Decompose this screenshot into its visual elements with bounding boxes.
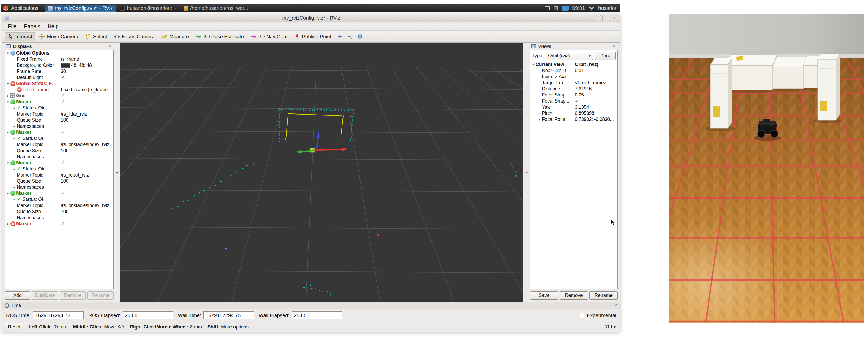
minimize-icon[interactable]: −	[594, 15, 601, 21]
tree-row[interactable]: ▸ Namespaces	[5, 123, 113, 129]
property-value[interactable]: Orbit (rviz)	[575, 62, 617, 67]
expander-icon[interactable]: ▾	[531, 63, 536, 67]
property-value[interactable]: 100	[61, 148, 113, 154]
property-value[interactable]: <Fixed Frame>	[575, 80, 617, 86]
tree-row[interactable]: Queue Size 100	[5, 209, 113, 215]
property-value[interactable]: ✓	[61, 130, 113, 135]
wifi-icon[interactable]	[589, 6, 594, 10]
expander-icon[interactable]: ▸	[12, 185, 17, 189]
property-value[interactable]: ✓	[575, 98, 617, 104]
tree-row[interactable]: Target Fra... <Fixed Frame>	[530, 80, 617, 86]
add-tool-button[interactable]	[335, 32, 345, 41]
time-field-input[interactable]	[33, 311, 84, 319]
property-value[interactable]: ✓	[61, 99, 113, 105]
property-value[interactable]: ✓	[61, 75, 113, 80]
tree-row[interactable]: Marker Topic /rs_obstaclesIndex_rviz	[5, 203, 113, 209]
property-value[interactable]: 0.01	[575, 68, 617, 73]
expander-icon[interactable]: ▸	[12, 167, 17, 171]
ubuntu-logo-icon[interactable]	[3, 6, 8, 11]
tree-row[interactable]: ▸ Status: Ok	[5, 135, 113, 141]
property-value[interactable]: rs_frame	[61, 57, 113, 62]
tree-row[interactable]: ▾ Marker ✓	[5, 160, 113, 166]
tree-row[interactable]: Invert Z Axis	[530, 74, 617, 80]
tree-row[interactable]: ▸ Status: Ok	[5, 166, 113, 172]
tool-select[interactable]: Select	[82, 32, 111, 41]
panel-close-icon[interactable]: ×	[612, 44, 617, 49]
rename-view-button[interactable]: Rename	[589, 291, 618, 300]
tree-row[interactable]: Queue Size 100	[5, 117, 113, 123]
display-indicator-icon[interactable]	[554, 6, 558, 10]
tree-row[interactable]: Marker Topic /rs_robot_rviz	[5, 172, 113, 178]
tool-move-camera[interactable]: Move Camera	[36, 32, 82, 41]
expander-icon[interactable]: ▾	[6, 100, 10, 104]
tree-row[interactable]: Focal Shap... 0.05	[530, 92, 617, 98]
tree-row[interactable]: Queue Size 100	[5, 178, 113, 184]
property-value[interactable]: 0.05	[575, 92, 617, 98]
tree-row[interactable]: Fixed Frame rs_frame	[5, 56, 113, 62]
tree-row[interactable]: ▸ Marker ✓	[5, 221, 113, 227]
menu-file[interactable]: File	[4, 23, 20, 30]
property-value[interactable]: 0.73902; -0.0830...	[575, 116, 617, 122]
tool-measure[interactable]: Measure	[158, 32, 192, 41]
3d-viewport[interactable]	[120, 43, 523, 302]
tree-row[interactable]: Focal Shap... ✓	[530, 98, 617, 104]
expander-icon[interactable]: ▸	[537, 117, 542, 122]
expander-icon[interactable]: ▸	[6, 94, 10, 98]
tree-row[interactable]: Queue Size 100	[5, 148, 113, 154]
expander-icon[interactable]: ▾	[6, 192, 10, 195]
tool-focus-camera[interactable]: Focus Camera	[111, 32, 158, 41]
property-value[interactable]: /rs_robot_rviz	[61, 172, 113, 178]
time-field-input[interactable]	[292, 311, 342, 319]
tree-row[interactable]: ▸ Focal Point 0.73902; -0.0830...	[530, 116, 617, 123]
property-value[interactable]: Fixed Frame [rs_frame...	[61, 87, 113, 93]
time-field-input[interactable]	[123, 311, 173, 319]
tool-2d-nav-goal[interactable]: 2D Nav Goal	[248, 32, 290, 41]
tree-row[interactable]: Namespaces	[5, 154, 113, 160]
window-titlebar[interactable]: my_rvizConfig.rviz* - RViz − □ ×	[2, 14, 620, 22]
views-panel-header[interactable]: Views ×	[530, 43, 618, 50]
view-type-select[interactable]: Orbit (rviz) ▾	[546, 52, 593, 60]
property-value[interactable]: 48; 48; 48	[61, 63, 113, 68]
property-value[interactable]: ✓	[61, 93, 113, 99]
tree-row[interactable]: Marker Topic /rs_lidar_rviz	[5, 111, 113, 117]
property-value[interactable]: /rs_obstaclesIndex_rviz	[61, 142, 113, 147]
tree-row[interactable]: Pitch 0.895398	[530, 110, 617, 116]
tree-row[interactable]: Namespaces	[5, 215, 113, 221]
remove-tool-button[interactable]	[345, 32, 355, 41]
tree-row[interactable]: ▸ Status: Ok	[5, 197, 113, 203]
panel-close-icon[interactable]: ×	[108, 44, 113, 49]
property-value[interactable]: 30	[61, 69, 113, 74]
keyboard-indicator-icon[interactable]	[562, 6, 569, 11]
menu-help[interactable]: Help	[44, 23, 62, 30]
username[interactable]: husarion	[598, 5, 618, 11]
expander-icon[interactable]: ▸	[12, 137, 17, 140]
property-value[interactable]: 100	[61, 178, 113, 184]
tree-row[interactable]: Frame Rate 30	[5, 68, 113, 74]
displays-panel-header[interactable]: Displays ×	[5, 43, 114, 50]
property-value[interactable]: /rs_obstaclesIndex_rviz	[61, 203, 113, 208]
remove-view-button[interactable]: Remove	[560, 291, 588, 300]
zero-button[interactable]: Zero	[595, 52, 616, 60]
property-value[interactable]: 0.895398	[575, 110, 617, 116]
property-value[interactable]: 100	[61, 209, 113, 214]
property-value[interactable]: ✓	[61, 160, 113, 166]
expander-icon[interactable]: ▾	[6, 130, 10, 134]
expander-icon[interactable]: ▸	[12, 124, 17, 128]
expander-icon[interactable]: ▾	[6, 51, 10, 55]
tree-row[interactable]: ▸ Namespaces	[5, 184, 113, 190]
close-icon[interactable]: ×	[611, 15, 618, 21]
property-value[interactable]: 7.61916	[575, 86, 617, 92]
time-field-input[interactable]	[204, 311, 254, 319]
tree-row[interactable]: Marker Topic /rs_obstaclesIndex_rviz	[5, 141, 113, 148]
time-panel-header[interactable]: Time ×	[2, 302, 620, 309]
tree-row[interactable]: ▾ Marker ✓	[5, 129, 113, 135]
panel-close-icon[interactable]: ×	[613, 303, 618, 308]
menu-panels[interactable]: Panels	[21, 23, 43, 30]
tree-row[interactable]: ▾ Global Status: E...	[5, 80, 113, 87]
expander-icon[interactable]: ▾	[6, 82, 10, 86]
collapse-displays-handle[interactable]: ◀	[114, 43, 120, 302]
taskbar-window-files[interactable]: /home/husarion/ros_wor...	[180, 5, 251, 12]
experimental-checkbox[interactable]	[580, 313, 584, 318]
tree-row[interactable]: Fixed Frame Fixed Frame [rs_frame...	[5, 87, 113, 93]
tree-row[interactable]: Near Clip D... 0.01	[530, 68, 617, 74]
